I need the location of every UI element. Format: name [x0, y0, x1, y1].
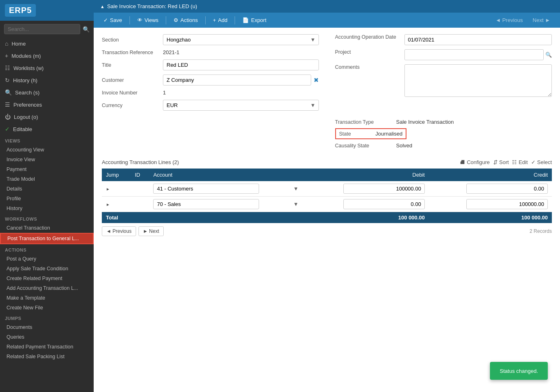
search-input[interactable]: [4, 24, 80, 34]
row2-credit-input[interactable]: [466, 199, 548, 209]
configure-button[interactable]: ⛘ Configure: [460, 159, 490, 165]
sidebar-item-trade-model[interactable]: Trade Model: [0, 174, 94, 184]
transaction-lines-section: Accounting Transaction Lines (2) ⛘ Confi…: [102, 159, 552, 236]
transaction-type-value: Sale Invoice Transaction: [396, 119, 454, 125]
sidebar-item-documents[interactable]: Documents: [0, 322, 94, 332]
row1-credit: [429, 181, 552, 197]
sidebar-item-make-template[interactable]: Make a Template: [0, 293, 94, 303]
sidebar-item-worklists[interactable]: ☷ Worklists (w): [0, 62, 94, 74]
export-icon: 📄: [242, 17, 249, 23]
sidebar-item-search[interactable]: 🔍 Search (s): [0, 86, 94, 99]
customer-row: Customer ✖: [102, 74, 319, 85]
form-area: Section Hongzhao ▼ Transaction Reference…: [94, 28, 560, 392]
lines-section-title: Accounting Transaction Lines (2): [102, 159, 179, 165]
views-icon: 👁: [137, 17, 143, 23]
add-button[interactable]: + Add: [209, 15, 232, 25]
app-logo: ERP5: [5, 4, 36, 17]
col-account: Account: [149, 169, 305, 181]
currency-select[interactable]: EUR: [163, 100, 319, 111]
sidebar-item-home[interactable]: ⌂ Home: [0, 37, 94, 50]
row1-credit-input[interactable]: [466, 184, 548, 194]
page-title: Sale Invoice Transaction: Red LED (u): [107, 3, 197, 9]
sidebar-item-payment[interactable]: Payment: [0, 164, 94, 174]
toolbar-nav: ◄ Previous Next ►: [492, 15, 554, 25]
sidebar-item-history-view[interactable]: History: [0, 204, 94, 213]
row2-expand-button[interactable]: ►: [106, 202, 110, 207]
sidebar-item-queries[interactable]: Queries: [0, 332, 94, 342]
pagination-row: ◄ Previous ► Next 2 Records: [102, 226, 552, 236]
lines-table-header: Jump ID Account Debit Credit: [102, 169, 552, 181]
sidebar-item-preferences[interactable]: ☰ Preferences: [0, 99, 94, 111]
lines-header-row: Accounting Transaction Lines (2) ⛘ Confi…: [102, 159, 552, 165]
sidebar-item-accounting-view[interactable]: Accounting View: [0, 145, 94, 155]
sidebar-item-create-file[interactable]: Create New File: [0, 303, 94, 313]
project-search-button[interactable]: 🔍: [545, 52, 552, 58]
sidebar-item-post-query[interactable]: Post a Query: [0, 254, 94, 264]
row1-id: [131, 181, 149, 197]
section-row: Section Hongzhao ▼: [102, 34, 319, 45]
sidebar-item-related-payment[interactable]: Related Payment Transaction: [0, 342, 94, 352]
sidebar-item-apply-sale[interactable]: Apply Sale Trade Condition: [0, 264, 94, 274]
customer-clear-button[interactable]: ✖: [314, 77, 319, 84]
views-section-header: VIEWS: [0, 135, 94, 145]
views-button[interactable]: 👁 Views: [133, 15, 163, 25]
sidebar-item-details[interactable]: Details: [0, 184, 94, 194]
sidebar-item-cancel-transaction[interactable]: Cancel Transaction: [0, 223, 94, 233]
sidebar-item-add-accounting[interactable]: Add Accounting Transaction L...: [0, 283, 94, 293]
info-section: Transaction Type Sale Invoice Transactio…: [102, 119, 552, 152]
row1-account-select[interactable]: 41 - Customers: [153, 184, 259, 194]
lines-next-button[interactable]: ► Next: [138, 226, 164, 236]
transaction-reference-row: Transaction Reference 2021-1: [102, 49, 319, 55]
customer-input[interactable]: [163, 74, 311, 85]
row2-credit: [429, 197, 552, 212]
section-select[interactable]: Hongzhao: [163, 34, 319, 45]
worklists-icon: ☷: [5, 65, 10, 71]
edit-lines-button[interactable]: ☷ Edit: [512, 159, 527, 165]
save-button[interactable]: ✓ Save: [99, 15, 126, 25]
logo-area: ERP5: [0, 0, 94, 21]
sidebar: ERP5 🔍 ⌂ Home + Modules (m) ☷ Worklists …: [0, 0, 94, 392]
sidebar-item-post-transaction[interactable]: Post Transaction to General L...: [0, 233, 94, 244]
row2-account-select[interactable]: 70 - Sales: [153, 199, 259, 209]
row1-expand-button[interactable]: ►: [106, 187, 110, 191]
previous-button[interactable]: ◄ Previous: [492, 15, 527, 25]
title-input[interactable]: [163, 59, 319, 70]
customer-input-area: ✖: [163, 74, 319, 85]
comments-textarea[interactable]: [404, 64, 552, 97]
row2-debit: [306, 197, 429, 212]
select-button[interactable]: ✓ Select: [531, 159, 552, 165]
sidebar-item-editable-label: Editable: [13, 126, 32, 132]
lines-previous-button[interactable]: ◄ Previous: [102, 226, 136, 236]
toolbar: ✓ Save 👁 Views ⚙ Actions + Add 📄 Export …: [94, 13, 560, 28]
sidebar-item-related-packing[interactable]: Related Sale Packing List: [0, 352, 94, 361]
sidebar-item-editable[interactable]: ✓ Editable: [0, 123, 94, 135]
search-icon-button[interactable]: 🔍: [83, 26, 90, 33]
accounting-date-label: Accounting Operation Date: [335, 34, 400, 40]
project-label: Project: [335, 49, 400, 55]
sidebar-item-create-payment[interactable]: Create Related Payment: [0, 274, 94, 283]
actions-button[interactable]: ⚙ Actions: [169, 15, 202, 25]
sidebar-item-home-label: Home: [11, 41, 26, 47]
sort-button[interactable]: ⇵ Sort: [493, 159, 509, 165]
pagination-buttons: ◄ Previous ► Next: [102, 226, 164, 236]
sidebar-item-profile[interactable]: Profile: [0, 194, 94, 204]
search-area: 🔍: [0, 21, 94, 37]
info-right: Transaction Type Sale Invoice Transactio…: [335, 119, 552, 152]
next-button[interactable]: Next ►: [529, 15, 554, 25]
row1-account-wrapper: 41 - Customers ▼: [153, 184, 301, 194]
sidebar-item-history[interactable]: ↻ History (h): [0, 74, 94, 86]
export-button[interactable]: 📄 Export: [238, 15, 270, 25]
sidebar-item-modules[interactable]: + Modules (m): [0, 50, 94, 62]
sidebar-item-invoice-view[interactable]: Invoice View: [0, 155, 94, 164]
invoice-number-row: Invoice Number 1: [102, 90, 319, 96]
row1-debit: [306, 181, 429, 197]
row1-debit-input[interactable]: [343, 184, 425, 194]
total-label-cell: Total: [102, 212, 306, 223]
sidebar-item-logout[interactable]: ⏻ Logout (o): [0, 111, 94, 123]
form-left-col: Section Hongzhao ▼ Transaction Reference…: [102, 34, 319, 115]
row2-debit-input[interactable]: [343, 199, 425, 209]
toolbar-separator-1: [130, 16, 130, 24]
accounting-date-input[interactable]: [404, 34, 552, 45]
causality-state-row: Causality State Solved: [335, 142, 552, 149]
project-input[interactable]: [404, 49, 544, 60]
